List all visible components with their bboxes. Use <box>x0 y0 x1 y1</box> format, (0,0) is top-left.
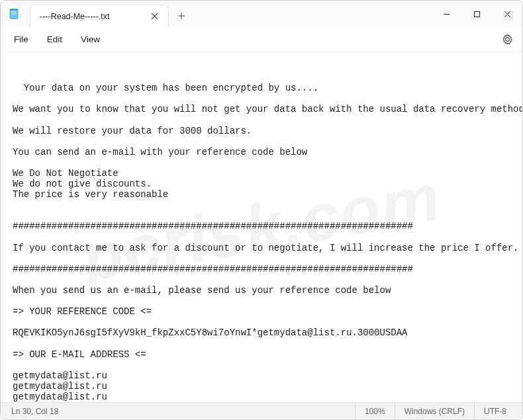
document-text: Your data on your system has been encryp… <box>13 83 522 402</box>
menu-edit[interactable]: Edit <box>38 30 71 48</box>
notepad-app-icon <box>1 1 27 27</box>
svg-rect-4 <box>10 9 18 11</box>
new-tab-button[interactable] <box>169 5 194 27</box>
status-encoding[interactable]: UTF-8 <box>474 403 516 419</box>
status-zoom[interactable]: 100% <box>355 403 395 419</box>
close-button[interactable] <box>492 1 522 27</box>
status-position[interactable]: Ln 30, Col 18 <box>7 403 68 419</box>
statusbar: Ln 30, Col 18 100% Windows (CRLF) UTF-8 <box>1 402 522 419</box>
window-controls <box>431 1 522 27</box>
titlebar-drag-area[interactable] <box>194 1 431 27</box>
text-editor-area[interactable]: pcrisk.com Your data on your system has … <box>1 52 522 402</box>
maximize-button[interactable] <box>461 1 492 27</box>
status-line-ending[interactable]: Windows (CRLF) <box>395 403 474 419</box>
minimize-button[interactable] <box>431 1 461 27</box>
tab[interactable]: ----Read-Me-----.txt <box>30 5 169 27</box>
menu-file[interactable]: File <box>5 30 38 48</box>
menu-view[interactable]: View <box>71 30 109 48</box>
tab-title: ----Read-Me-----.txt <box>40 12 147 21</box>
menubar: File Edit View <box>1 27 522 52</box>
gear-icon <box>502 34 513 45</box>
svg-rect-5 <box>474 11 479 17</box>
settings-button[interactable] <box>496 30 518 50</box>
titlebar: ----Read-Me-----.txt <box>1 1 522 27</box>
close-tab-icon[interactable] <box>147 9 162 24</box>
